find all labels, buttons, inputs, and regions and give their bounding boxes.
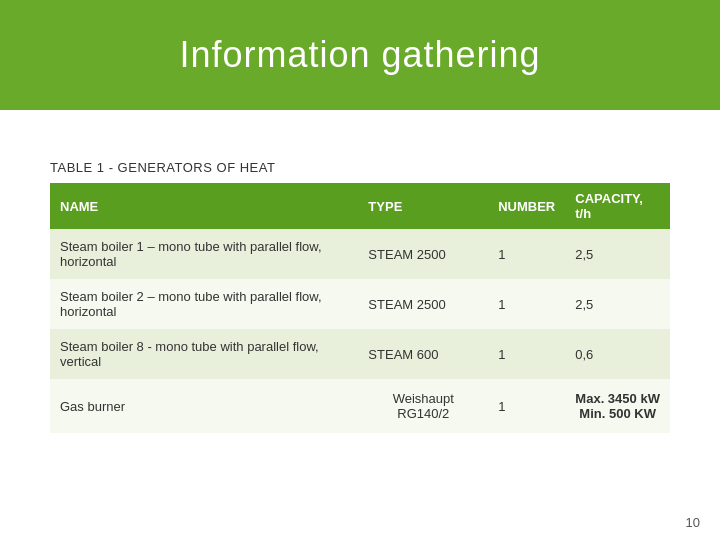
row-1-name: Steam boiler 1 – mono tube with parallel…: [50, 229, 358, 279]
table-label: TABLE 1 - GENERATORS OF HEAT: [50, 160, 670, 175]
col-header-number: NUMBER: [488, 183, 565, 229]
table-row: Steam boiler 8 - mono tube with parallel…: [50, 329, 670, 379]
page-title: Information gathering: [179, 34, 540, 76]
row-1-type: STEAM 2500: [358, 229, 488, 279]
row-3-capacity: 0,6: [565, 329, 670, 379]
row-2-number: 1: [488, 279, 565, 329]
gas-burner-name: Gas burner: [50, 379, 358, 433]
gas-burner-row: Gas burner Weishaupt RG140/2 1 Max. 3450…: [50, 379, 670, 433]
row-3-name: Steam boiler 8 - mono tube with parallel…: [50, 329, 358, 379]
row-2-name: Steam boiler 2 – mono tube with parallel…: [50, 279, 358, 329]
table-header-row: NAME TYPE NUMBER CAPACITY, t/h: [50, 183, 670, 229]
col-header-type: TYPE: [358, 183, 488, 229]
row-1-capacity: 2,5: [565, 229, 670, 279]
generators-table: NAME TYPE NUMBER CAPACITY, t/h Steam boi…: [50, 183, 670, 433]
row-2-type: STEAM 2500: [358, 279, 488, 329]
gas-burner-capacity: Max. 3450 kWMin. 500 KW: [565, 379, 670, 433]
table-row: Steam boiler 2 – mono tube with parallel…: [50, 279, 670, 329]
gas-burner-number: 1: [488, 379, 565, 433]
col-header-name: NAME: [50, 183, 358, 229]
row-3-type: STEAM 600: [358, 329, 488, 379]
page-number: 10: [686, 515, 700, 530]
row-3-number: 1: [488, 329, 565, 379]
table-row: Steam boiler 1 – mono tube with parallel…: [50, 229, 670, 279]
row-2-capacity: 2,5: [565, 279, 670, 329]
page-header: Information gathering: [0, 0, 720, 110]
gas-burner-type: Weishaupt RG140/2: [358, 379, 488, 433]
col-header-capacity: CAPACITY, t/h: [565, 183, 670, 229]
main-content: TABLE 1 - GENERATORS OF HEAT NAME TYPE N…: [0, 110, 720, 453]
row-1-number: 1: [488, 229, 565, 279]
